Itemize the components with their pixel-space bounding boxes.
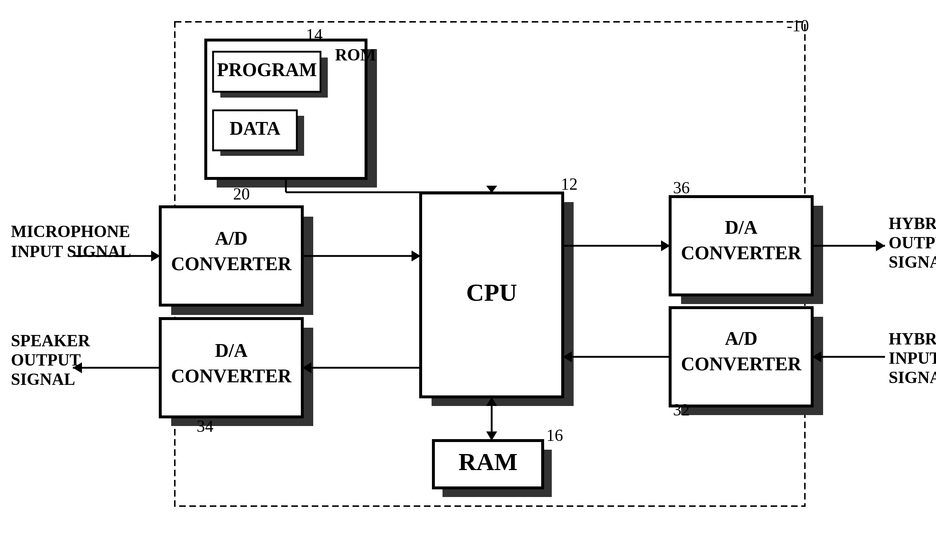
ram-label: RAM [459, 448, 517, 475]
da-converter-right-line2: CONVERTER [681, 243, 802, 263]
ad-converter-right-ref: 32 [673, 400, 690, 419]
data-label: DATA [229, 118, 280, 139]
ad-converter-right-line2: CONVERTER [681, 354, 802, 374]
ad-converter-left-ref: 20 [233, 185, 250, 203]
ram-ref: 16 [546, 426, 563, 445]
hybrid-input-signal-line3: SIGNAL [889, 368, 936, 387]
da-converter-left-line2: CONVERTER [171, 366, 292, 386]
da-converter-left-ref: 34 [197, 417, 213, 435]
program-label: PROGRAM [217, 59, 317, 80]
diagram-container: -10 ROM 14 PROGRAM DATA CPU 12 RAM [0, 0, 936, 560]
hybrid-output-signal-line1: HYBRID [889, 214, 936, 233]
cpu-ref: 12 [561, 175, 577, 193]
da-converter-right-line1: D/A [725, 217, 757, 238]
hybrid-output-signal-line3: SIGNAL [889, 253, 936, 271]
rom-label: ROM [335, 46, 376, 64]
microphone-input-signal-line2: INPUT SIGNAL [11, 242, 131, 261]
svg-marker-38 [876, 240, 885, 251]
microphone-input-signal-line1: MICROPHONE [11, 222, 130, 241]
hybrid-input-signal-line1: HYBRID [889, 329, 936, 348]
da-converter-right-ref: 36 [673, 178, 690, 197]
system-ref-label: -10 [787, 16, 809, 35]
speaker-output-signal-line3: SIGNAL [11, 370, 75, 389]
rom-ref: 14 [306, 26, 323, 44]
speaker-output-signal-line1: SPEAKER [11, 331, 90, 350]
da-converter-left-line1: D/A [215, 340, 248, 361]
hybrid-output-signal-line2: OUTPUT [889, 233, 936, 252]
ad-converter-left-line1: A/D [215, 228, 248, 249]
hybrid-input-signal-line2: INPUT [889, 349, 936, 368]
ad-converter-left-line2: CONVERTER [171, 254, 292, 274]
cpu-label: CPU [466, 278, 517, 306]
ad-converter-right-line1: A/D [725, 328, 757, 349]
speaker-output-signal-line2: OUTPUT [11, 351, 81, 369]
